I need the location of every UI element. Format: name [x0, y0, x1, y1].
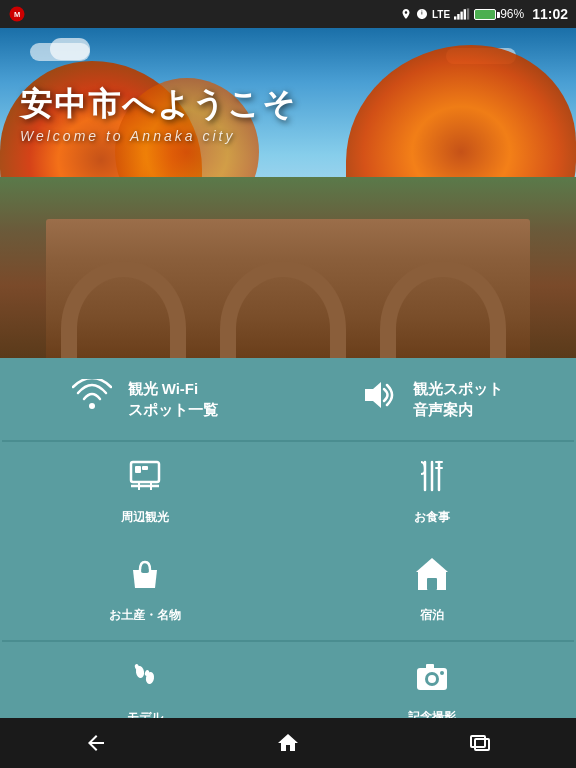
svg-rect-10	[135, 466, 141, 473]
battery-icon	[474, 9, 496, 20]
row-divider-2	[2, 640, 574, 642]
back-button[interactable]	[71, 723, 121, 763]
sightseeing-icon	[127, 458, 163, 501]
status-bar: M LTE 96% 11:02	[0, 0, 576, 28]
clock: 11:02	[532, 6, 568, 22]
audio-guide-label: 観光スポット 音声案内	[413, 378, 503, 420]
svg-rect-11	[142, 466, 148, 470]
bag-icon	[127, 556, 163, 599]
tile-wifi-spots[interactable]: 観光 Wi-Fi スポット一覧	[2, 360, 287, 438]
app-icon: M	[8, 5, 26, 23]
svg-rect-6	[467, 8, 469, 19]
svg-rect-35	[471, 736, 485, 747]
status-left: M	[8, 5, 26, 23]
svg-text:M: M	[14, 10, 20, 19]
lodging-label: 宿泊	[420, 607, 444, 624]
menu-grid: 観光 Wi-Fi スポット一覧 観光スポット 音声案内 周辺	[0, 358, 576, 768]
svg-point-30	[428, 675, 436, 683]
tile-audio-guide[interactable]: 観光スポット 音声案内	[289, 360, 574, 438]
back-icon	[84, 731, 108, 755]
svg-rect-36	[475, 739, 489, 750]
footprint-icon	[127, 658, 163, 701]
cloud-2	[50, 38, 90, 60]
svg-rect-31	[426, 664, 434, 669]
wifi-spots-label: 観光 Wi-Fi スポット一覧	[128, 378, 218, 420]
svg-marker-23	[416, 558, 448, 572]
wifi-icon	[72, 378, 112, 420]
tile-sightseeing[interactable]: 周辺観光	[2, 444, 287, 540]
recent-icon	[468, 731, 492, 755]
speaker-icon	[361, 378, 397, 420]
svg-rect-20	[141, 569, 149, 573]
row-divider-1	[2, 440, 574, 442]
location-icon	[400, 8, 412, 20]
hero-title-jp: 安中市へようこそ	[20, 83, 297, 127]
hero-title-en: Welcome to Annaka city	[20, 128, 235, 144]
svg-point-7	[89, 403, 95, 409]
signal-icon	[454, 8, 470, 20]
svg-rect-22	[427, 578, 437, 590]
svg-rect-5	[464, 9, 466, 19]
svg-rect-3	[457, 14, 459, 20]
svg-marker-8	[365, 382, 381, 408]
tile-souvenirs[interactable]: お土産・名物	[2, 542, 287, 638]
restaurant-icon	[414, 458, 450, 501]
tile-food[interactable]: お食事	[289, 444, 574, 540]
arch-3	[380, 261, 506, 358]
lte-indicator: LTE	[432, 9, 450, 20]
hero-section: 安中市へようこそ Welcome to Annaka city	[0, 28, 576, 358]
battery-percent: 96%	[500, 7, 524, 21]
camera-icon	[414, 658, 450, 701]
arch-2	[220, 261, 346, 358]
status-right: LTE 96% 11:02	[400, 6, 568, 22]
alarm-icon	[416, 8, 428, 20]
svg-point-32	[440, 671, 444, 675]
food-label: お食事	[414, 509, 450, 526]
bridge-body	[46, 219, 530, 358]
tile-lodging[interactable]: 宿泊	[289, 542, 574, 638]
home-icon	[276, 731, 300, 755]
souvenirs-label: お土産・名物	[109, 607, 181, 624]
sightseeing-label: 周辺観光	[121, 509, 169, 526]
bottom-nav	[0, 718, 576, 768]
svg-rect-4	[461, 12, 463, 20]
arch-1	[61, 261, 187, 358]
svg-rect-2	[454, 16, 456, 19]
hotel-icon	[414, 556, 450, 599]
recent-button[interactable]	[455, 723, 505, 763]
home-button[interactable]	[263, 723, 313, 763]
bridge	[0, 160, 576, 358]
